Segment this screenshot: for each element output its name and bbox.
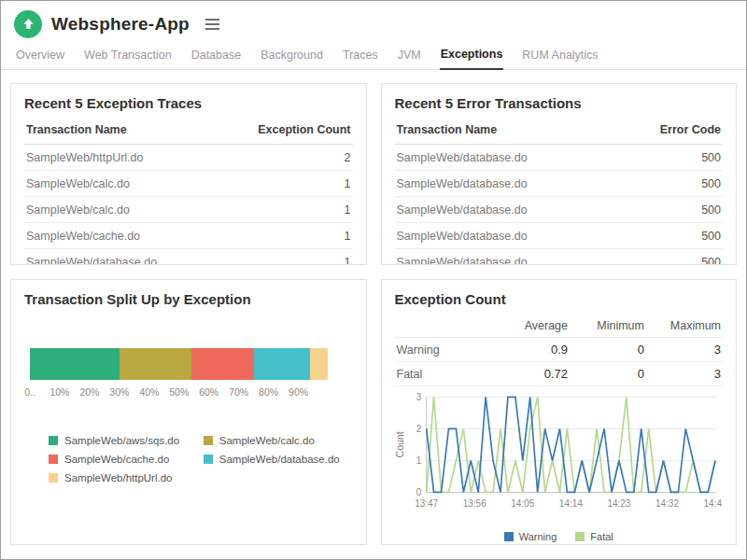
exception-count: 1 — [216, 171, 353, 197]
legend-swatch — [49, 455, 58, 464]
stacked-bar-chart: 0..10%20%30%40%50%60%70%80%90% — [24, 348, 353, 401]
legend-item-cache[interactable]: SampleWeb/cache.do — [49, 454, 198, 465]
table-row: SampleWeb/database.do 500 — [395, 197, 724, 223]
svg-text:14:14: 14:14 — [558, 498, 582, 509]
tab-traces[interactable]: Traces — [342, 43, 379, 69]
series-label: Warning — [395, 338, 494, 362]
legend-swatch — [575, 532, 585, 541]
line-chart-legend: Warning Fatal — [395, 531, 724, 542]
transaction-name: SampleWeb/calc.do — [24, 197, 216, 223]
legend-item-httpurl[interactable]: SampleWeb/httpUrl.do — [49, 472, 198, 483]
column-transaction-name: Transaction Name — [395, 116, 616, 145]
app-title: Websphere-App — [51, 14, 190, 35]
legend-item-fatal[interactable]: Fatal — [575, 531, 613, 542]
transaction-name: SampleWeb/cache.do — [24, 223, 216, 249]
error-code: 500 — [616, 171, 723, 197]
table-row: SampleWeb/database.do 500 — [395, 223, 724, 249]
exception-count: 1 — [216, 223, 353, 249]
tab-web-transaction[interactable]: Web Transaction — [83, 43, 173, 69]
transaction-name: SampleWeb/database.do — [395, 223, 616, 249]
transaction-name: SampleWeb/calc.do — [24, 171, 216, 197]
legend-swatch — [49, 473, 58, 483]
exception-count: 1 — [216, 249, 353, 266]
summary-header-row: Average Minimum Maximum — [395, 315, 724, 338]
legend-swatch — [49, 436, 58, 445]
panel-transaction-split: Transaction Split Up by Exception 0..10%… — [10, 279, 367, 545]
maximum-value: 3 — [646, 362, 723, 386]
legend-item-warning[interactable]: Warning — [504, 531, 557, 542]
tab-exceptions[interactable]: Exceptions — [440, 42, 504, 70]
tab-rum-analytics[interactable]: RUM Analytics — [521, 43, 599, 69]
bar-segment[interactable] — [120, 348, 191, 380]
hamburger-menu-icon[interactable] — [203, 13, 222, 35]
x-axis-tick-label: 20% — [79, 386, 99, 398]
svg-text:3: 3 — [416, 392, 421, 402]
legend-label: SampleWeb/calc.do — [219, 435, 315, 446]
panel-title: Transaction Split Up by Exception — [24, 291, 353, 307]
x-axis-tick-label: 40% — [139, 386, 159, 398]
legend-item-database[interactable]: SampleWeb/database.do — [204, 454, 353, 465]
maximum-value: 3 — [646, 338, 723, 362]
legend-label: SampleWeb/aws/sqs.do — [64, 435, 179, 446]
table-header-row: Transaction Name Error Code — [395, 116, 724, 145]
table-row: SampleWeb/calc.do 1 — [24, 171, 353, 197]
svg-text:2: 2 — [416, 424, 421, 434]
panel-title: Recent 5 Error Transactions — [395, 95, 724, 111]
transaction-name: SampleWeb/database.do — [395, 145, 616, 171]
legend-swatch — [504, 532, 514, 541]
legend-label: SampleWeb/database.do — [219, 454, 340, 465]
tab-jvm[interactable]: JVM — [397, 43, 422, 69]
average-value: 0.9 — [493, 338, 570, 362]
error-code: 500 — [616, 249, 723, 266]
panel-exception-traces: Recent 5 Exception Traces Transaction Na… — [10, 83, 367, 265]
bar-segment[interactable] — [191, 348, 254, 380]
svg-text:1: 1 — [416, 455, 421, 466]
table-row: SampleWeb/cache.do 1 — [24, 223, 353, 249]
transaction-name: SampleWeb/httpUrl.do — [24, 145, 216, 171]
table-row: SampleWeb/database.do 500 — [395, 145, 724, 171]
bar-segment[interactable] — [310, 348, 328, 380]
exception-count-summary-table: Average Minimum Maximum Warning 0.9 0 3 … — [395, 315, 724, 386]
app-health-icon — [14, 10, 42, 38]
legend-item-aws-sqs[interactable]: SampleWeb/aws/sqs.do — [49, 435, 198, 446]
x-axis-tick-label: 30% — [109, 386, 129, 398]
legend-item-calc[interactable]: SampleWeb/calc.do — [204, 435, 353, 446]
table-row: SampleWeb/httpUrl.do 2 — [24, 145, 353, 171]
panel-title: Exception Count — [395, 291, 724, 307]
tab-background[interactable]: Background — [260, 43, 324, 69]
summary-row-fatal: Fatal 0.72 0 3 — [395, 362, 724, 386]
table-row: SampleWeb/calc.do 1 — [24, 197, 353, 223]
error-code: 500 — [616, 145, 723, 171]
transaction-name: SampleWeb/database.do — [395, 249, 616, 266]
x-axis-tick-label: 70% — [229, 386, 248, 398]
error-transactions-table: Transaction Name Error Code SampleWeb/da… — [395, 116, 724, 265]
column-error-code: Error Code — [616, 116, 723, 145]
legend-swatch — [204, 436, 213, 445]
series-line-fatal — [426, 397, 714, 492]
up-arrow-icon — [21, 17, 35, 31]
x-axis-tick-label: 60% — [199, 386, 218, 398]
bar-segment[interactable] — [254, 348, 311, 380]
exception-count: 1 — [216, 197, 353, 223]
table-row: SampleWeb/database.do 500 — [395, 171, 724, 197]
legend-label: SampleWeb/httpUrl.do — [64, 472, 172, 483]
bar-segment[interactable] — [30, 348, 120, 380]
x-axis-tick-label: 10% — [49, 386, 69, 398]
x-axis-tick-label: 90% — [289, 386, 308, 398]
transaction-name: SampleWeb/database.do — [395, 197, 616, 223]
summary-empty-header — [395, 315, 494, 338]
svg-text:14:23: 14:23 — [607, 498, 630, 509]
exception-traces-table: Transaction Name Exception Count SampleW… — [24, 116, 353, 265]
tab-database[interactable]: Database — [190, 43, 243, 69]
tab-overview[interactable]: Overview — [15, 43, 65, 69]
error-code: 500 — [616, 223, 723, 249]
x-axis-tick-label: 80% — [259, 386, 278, 398]
legend-swatch — [204, 455, 213, 464]
svg-text:13:47: 13:47 — [415, 498, 438, 509]
column-transaction-name: Transaction Name — [24, 116, 216, 145]
column-maximum: Maximum — [646, 315, 723, 338]
svg-text:Count: Count — [395, 431, 405, 457]
x-axis-tick-label: 0.. — [24, 386, 35, 398]
svg-text:14:32: 14:32 — [655, 498, 679, 509]
svg-text:14:41: 14:41 — [703, 498, 723, 509]
